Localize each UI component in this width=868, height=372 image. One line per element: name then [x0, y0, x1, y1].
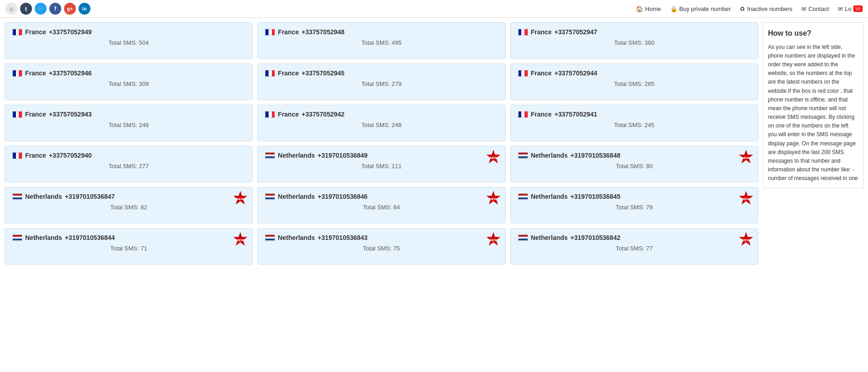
- card-title: Netherlands +3197010536847: [12, 193, 115, 200]
- card-title: France +33757052942: [265, 111, 344, 118]
- number-card[interactable]: Netherlands +3197010536845 Total SMS: 79…: [510, 187, 758, 223]
- number-card[interactable]: France +33757052943 Total SMS: 246: [5, 105, 253, 141]
- nav-contact[interactable]: ✉ Contact: [801, 5, 829, 12]
- card-title: Netherlands +3197010536845: [518, 193, 620, 200]
- card-header: France +33757052940: [12, 152, 245, 159]
- home-social-icon[interactable]: ⌂: [5, 3, 17, 15]
- card-title: Netherlands +3197010536846: [265, 193, 367, 200]
- facebook-icon[interactable]: f: [49, 3, 61, 15]
- card-header: France +33757052945: [265, 69, 498, 77]
- france-flag: [12, 70, 22, 77]
- svg-text:NEW: NEW: [489, 197, 497, 201]
- tumblr-icon[interactable]: t: [20, 3, 32, 15]
- card-country: France: [531, 69, 552, 77]
- main-container: France +33757052949 Total SMS: 504 Franc…: [0, 18, 868, 269]
- number-card[interactable]: France +33757052947 Total SMS: 360: [510, 22, 758, 59]
- card-number: +3197010536843: [318, 234, 367, 241]
- svg-text:NEW: NEW: [237, 197, 244, 201]
- france-flag: [265, 29, 275, 36]
- card-sms-count: Total SMS: 245: [518, 122, 751, 128]
- number-card[interactable]: Netherlands +3197010536843 Total SMS: 75…: [257, 228, 505, 265]
- card-sms-count: Total SMS: 279: [265, 80, 498, 87]
- card-country: France: [278, 69, 299, 77]
- number-card[interactable]: France +33757052946 Total SMS: 309: [5, 64, 253, 100]
- card-header: Netherlands +3197010536847: [12, 193, 245, 200]
- new-badge: NEW: [485, 190, 502, 207]
- how-to-use-panel: How to use? As you can see in the left s…: [763, 22, 863, 188]
- how-to-use-text: As you can see in the left side, phone n…: [768, 43, 858, 183]
- new-badge: NEW: [738, 149, 754, 165]
- card-title: France +33757052949: [12, 28, 92, 36]
- nav-inactive[interactable]: ♻ Inactive numbers: [740, 5, 792, 12]
- number-card[interactable]: Netherlands +3197010536844 Total SMS: 71…: [5, 228, 253, 265]
- card-sms-count: Total SMS: 111: [265, 163, 498, 170]
- card-sms-count: Total SMS: 84: [265, 204, 498, 211]
- card-title: France +33757052941: [518, 111, 598, 118]
- number-card[interactable]: Netherlands +3197010536846 Total SMS: 84…: [257, 187, 505, 223]
- card-header: Netherlands +3197010536846: [265, 193, 498, 200]
- login-badge: 99: [853, 5, 863, 12]
- number-card[interactable]: France +33757052949 Total SMS: 504: [5, 22, 253, 59]
- nav-buy-private[interactable]: 🔒 Buy private number: [670, 5, 731, 12]
- numbers-grid-container: France +33757052949 Total SMS: 504 Franc…: [5, 22, 758, 265]
- card-country: France: [25, 152, 46, 159]
- nav-home[interactable]: 🏠 Home: [636, 5, 661, 12]
- card-number: +33757052942: [302, 111, 344, 118]
- card-country: Netherlands: [278, 193, 315, 200]
- card-title: France +33757052940: [12, 152, 92, 159]
- card-sms-count: Total SMS: 79: [518, 204, 751, 211]
- new-badge: NEW: [232, 190, 249, 207]
- recycle-icon: ♻: [740, 5, 745, 12]
- new-badge: NEW: [738, 190, 754, 207]
- number-card[interactable]: France +33757052942 Total SMS: 248: [257, 105, 505, 141]
- number-card[interactable]: Netherlands +3197010536842 Total SMS: 77…: [510, 228, 758, 265]
- number-card[interactable]: France +33757052941 Total SMS: 245: [510, 105, 758, 141]
- card-number: +33757052948: [302, 28, 344, 36]
- number-card[interactable]: Netherlands +3197010536848 Total SMS: 80…: [510, 146, 758, 182]
- number-card[interactable]: France +33757052945 Total SMS: 279: [257, 64, 505, 100]
- france-flag: [518, 29, 528, 36]
- card-sms-count: Total SMS: 77: [518, 245, 751, 252]
- card-number: +3197010536846: [318, 193, 367, 200]
- svg-text:NEW: NEW: [489, 156, 497, 160]
- number-card[interactable]: France +33757052940 Total SMS: 277: [5, 146, 253, 182]
- card-country: Netherlands: [531, 152, 568, 159]
- card-number: +3197010536845: [571, 193, 620, 200]
- nav-login[interactable]: ✉ Lo 99: [838, 5, 863, 12]
- france-flag: [518, 70, 528, 77]
- lock-icon: 🔒: [670, 5, 677, 12]
- login-email-icon: ✉: [838, 5, 843, 12]
- card-country: France: [531, 111, 552, 118]
- card-country: Netherlands: [278, 234, 315, 241]
- card-number: +3197010536847: [65, 193, 115, 200]
- card-header: France +33757052942: [265, 111, 498, 118]
- card-country: France: [278, 28, 299, 36]
- netherlands-flag: [265, 234, 275, 241]
- card-header: France +33757052948: [265, 28, 498, 36]
- france-flag: [518, 111, 528, 118]
- number-card[interactable]: Netherlands +3197010536847 Total SMS: 82…: [5, 187, 253, 223]
- card-number: +33757052949: [49, 28, 92, 36]
- number-card[interactable]: France +33757052948 Total SMS: 495: [257, 22, 505, 59]
- card-title: France +33757052945: [265, 69, 344, 77]
- google-icon[interactable]: g+: [64, 3, 76, 15]
- number-card[interactable]: Netherlands +3197010536849 Total SMS: 11…: [257, 146, 505, 182]
- card-title: France +33757052948: [265, 28, 344, 36]
- card-country: France: [25, 69, 46, 77]
- linkedin-icon[interactable]: in: [79, 3, 90, 15]
- number-card[interactable]: France +33757052944 Total SMS: 285: [510, 64, 758, 100]
- card-sms-count: Total SMS: 80: [518, 163, 751, 170]
- card-country: Netherlands: [531, 193, 568, 200]
- card-number: +33757052945: [302, 69, 344, 77]
- netherlands-flag: [518, 234, 528, 241]
- home-icon: 🏠: [636, 5, 643, 12]
- card-sms-count: Total SMS: 504: [12, 39, 245, 46]
- france-flag: [12, 111, 22, 118]
- new-badge: NEW: [485, 149, 502, 165]
- card-header: France +33757052949: [12, 28, 245, 36]
- card-title: Netherlands +3197010536842: [518, 234, 620, 241]
- twitter-icon[interactable]: 🐦: [35, 3, 47, 15]
- card-header: France +33757052947: [518, 28, 751, 36]
- svg-text:NEW: NEW: [742, 156, 750, 160]
- netherlands-flag: [518, 193, 528, 200]
